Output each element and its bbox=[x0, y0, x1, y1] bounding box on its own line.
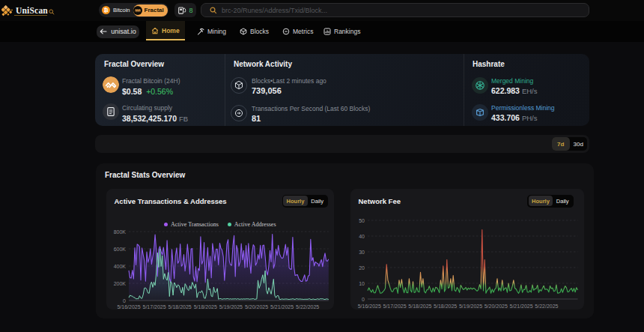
svg-text:5/17/2025: 5/17/2025 bbox=[383, 303, 406, 308]
svg-text:₿: ₿ bbox=[103, 7, 108, 13]
svg-text:10: 10 bbox=[359, 280, 365, 286]
svg-text:30: 30 bbox=[359, 249, 365, 254]
svg-text:40: 40 bbox=[359, 233, 365, 238]
svg-text:200K: 200K bbox=[113, 280, 126, 286]
svg-text:20: 20 bbox=[359, 265, 365, 270]
svg-text:0: 0 bbox=[123, 298, 126, 303]
svg-text:5/20/2025: 5/20/2025 bbox=[244, 304, 267, 309]
svg-text:5/17/2025: 5/17/2025 bbox=[142, 304, 165, 309]
svg-text:5/19/2025: 5/19/2025 bbox=[219, 304, 242, 309]
svg-text:5/18/2025: 5/18/2025 bbox=[408, 303, 431, 308]
svg-text:5/19/2025: 5/19/2025 bbox=[458, 303, 482, 308]
svg-text:5/18/2025: 5/18/2025 bbox=[434, 303, 457, 308]
svg-text:5/18/2025: 5/18/2025 bbox=[193, 304, 216, 309]
svg-text:5/22/2025: 5/22/2025 bbox=[296, 304, 319, 309]
svg-text:50: 50 bbox=[359, 217, 365, 223]
svg-text:5/21/2025: 5/21/2025 bbox=[270, 304, 294, 309]
svg-text:600K: 600K bbox=[113, 246, 126, 251]
svg-text:5/20/2025: 5/20/2025 bbox=[484, 303, 507, 308]
svg-text:5/21/2025: 5/21/2025 bbox=[509, 303, 532, 308]
svg-text:5/18/2025: 5/18/2025 bbox=[168, 304, 191, 309]
svg-text:5/16/2025: 5/16/2025 bbox=[357, 303, 380, 308]
svg-text:800K: 800K bbox=[113, 229, 126, 234]
svg-text:0: 0 bbox=[362, 296, 365, 301]
svg-text:5/22/2025: 5/22/2025 bbox=[535, 303, 558, 308]
svg-text:400K: 400K bbox=[113, 263, 126, 268]
svg-text:5/16/2025: 5/16/2025 bbox=[117, 304, 140, 309]
